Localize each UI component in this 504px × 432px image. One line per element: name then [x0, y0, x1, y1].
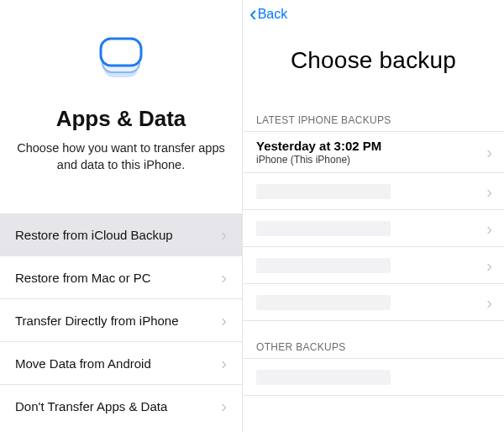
apps-and-data-pane: Apps & Data Choose how you want to trans… [0, 0, 243, 432]
backup-row[interactable] [243, 359, 504, 396]
option-restore-mac-pc[interactable]: Restore from Mac or PC › [0, 256, 242, 299]
chevron-right-icon: › [486, 257, 492, 274]
option-label: Transfer Directly from iPhone [15, 313, 179, 328]
section-header-latest: LATEST IPHONE BACKUPS [243, 114, 504, 131]
choose-backup-pane: ‹ Back Choose backup LATEST IPHONE BACKU… [243, 0, 504, 432]
chevron-right-icon: › [486, 183, 492, 200]
backup-row[interactable]: Yesterday at 3:02 PM iPhone (This iPhone… [243, 132, 504, 173]
svg-rect-2 [101, 39, 141, 66]
chevron-right-icon: › [486, 294, 492, 311]
backup-time: Yesterday at 3:02 PM [256, 139, 486, 153]
nav-bar: ‹ Back [243, 0, 504, 29]
option-label: Restore from iCloud Backup [15, 228, 173, 242]
back-button[interactable]: ‹ Back [249, 5, 287, 24]
option-dont-transfer[interactable]: Don't Transfer Apps & Data › [0, 385, 242, 427]
back-label: Back [258, 7, 288, 22]
chevron-right-icon: › [221, 226, 227, 243]
latest-backups-list: Yesterday at 3:02 PM iPhone (This iPhone… [243, 131, 504, 321]
page-subtitle: Choose how you want to transfer apps and… [0, 140, 242, 173]
chevron-right-icon: › [486, 144, 492, 161]
option-move-android[interactable]: Move Data from Android › [0, 342, 242, 385]
option-label: Move Data from Android [15, 356, 151, 371]
chevron-left-icon: ‹ [249, 3, 257, 24]
placeholder-icon [256, 295, 391, 310]
transfer-options-list: Restore from iCloud Backup › Restore fro… [0, 213, 242, 427]
placeholder-icon [256, 258, 391, 273]
placeholder-icon [256, 184, 391, 199]
page-title: Choose backup [243, 47, 504, 74]
backup-row[interactable]: › [243, 284, 504, 321]
backup-row[interactable]: › [243, 247, 504, 284]
other-backups-list [243, 358, 504, 396]
chevron-right-icon: › [486, 220, 492, 237]
option-transfer-iphone[interactable]: Transfer Directly from iPhone › [0, 299, 242, 342]
option-restore-icloud[interactable]: Restore from iCloud Backup › [0, 213, 242, 256]
chevron-right-icon: › [221, 269, 227, 286]
page-title: Apps & Data [56, 106, 186, 132]
placeholder-icon [256, 370, 391, 385]
backup-device: iPhone (This iPhone) [256, 154, 486, 166]
chevron-right-icon: › [221, 398, 227, 414]
option-label: Don't Transfer Apps & Data [15, 399, 167, 414]
option-label: Restore from Mac or PC [15, 271, 151, 285]
backup-row[interactable]: › [243, 173, 504, 210]
backup-row[interactable]: › [243, 210, 504, 247]
chevron-right-icon: › [221, 312, 227, 329]
apps-data-icon [92, 29, 150, 91]
section-header-other: OTHER BACKUPS [243, 341, 504, 358]
chevron-right-icon: › [221, 355, 227, 371]
placeholder-icon [256, 221, 391, 236]
